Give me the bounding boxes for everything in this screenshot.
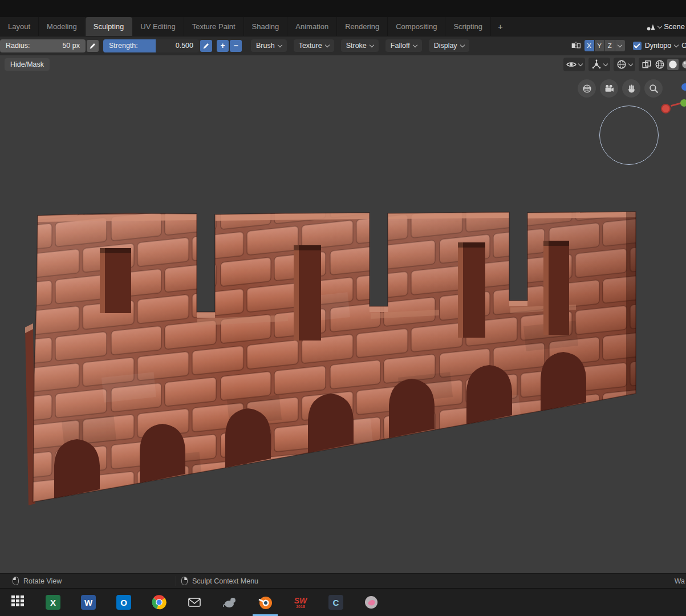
strength-edit-button[interactable] xyxy=(200,40,212,52)
tab-shading[interactable]: Shading xyxy=(244,17,288,36)
viewport-canvas[interactable] xyxy=(0,55,686,573)
magnifier-icon xyxy=(649,84,659,94)
mouse-utility-icon xyxy=(222,595,237,610)
tool-settings-bar: Radius: 50 px Strength: 0.500 + − Brush … xyxy=(0,36,686,55)
chevron-down-icon xyxy=(657,23,662,28)
shading-dropdown[interactable] xyxy=(614,58,635,71)
chevron-down-icon xyxy=(618,43,622,47)
chevron-down-icon xyxy=(603,62,608,66)
mirror-y-button[interactable]: Y xyxy=(595,40,604,51)
xray-toggle[interactable] xyxy=(641,59,652,70)
excel-icon: X xyxy=(46,595,60,610)
brush-subtract-button[interactable]: − xyxy=(230,40,242,52)
gizmo-icon xyxy=(591,59,602,70)
overlays-dropdown[interactable] xyxy=(563,58,585,71)
taskbar-solidworks-icon[interactable]: SW 2018 xyxy=(283,589,318,616)
pan-view-button[interactable] xyxy=(622,79,640,98)
solid-sphere-icon xyxy=(668,59,678,70)
tab-rendering[interactable]: Rendering xyxy=(337,17,388,36)
tab-uv-editing[interactable]: UV Editing xyxy=(132,17,184,36)
axis-z-handle[interactable] xyxy=(681,83,686,91)
chevron-down-icon xyxy=(412,43,417,47)
grid-sphere-icon xyxy=(582,84,592,94)
chevron-down-icon xyxy=(628,62,633,66)
axis-y-handle[interactable] xyxy=(680,99,686,107)
falloff-menu[interactable]: Falloff xyxy=(385,39,422,52)
display-menu[interactable]: Display xyxy=(429,39,469,52)
blender-icon xyxy=(258,595,273,610)
axis-x-handle[interactable] xyxy=(661,104,671,114)
taskbar-outlook-icon[interactable]: O xyxy=(106,589,141,616)
taskbar-app-grid-icon[interactable] xyxy=(0,589,35,616)
viewport-nav-buttons xyxy=(578,79,663,98)
brick-wall-model[interactable] xyxy=(23,204,644,512)
material-shading-button[interactable] xyxy=(680,59,686,70)
brush-cursor-circle xyxy=(599,106,659,165)
perspective-toggle-button[interactable] xyxy=(578,79,596,98)
solid-shading-button[interactable] xyxy=(667,59,679,70)
wireframe-shading-button[interactable] xyxy=(654,59,665,70)
taskbar-excel-icon[interactable]: X xyxy=(35,589,71,616)
gizmos-dropdown[interactable] xyxy=(588,58,610,71)
scene-selector[interactable]: Scene xyxy=(646,17,686,36)
taskbar-word-icon[interactable]: W xyxy=(71,589,106,616)
viewport-header-right xyxy=(563,58,686,71)
globe-icon xyxy=(616,59,627,70)
tab-sculpting[interactable]: Sculpting xyxy=(86,17,132,36)
dyntopo-label: Dyntopo xyxy=(645,42,672,50)
tab-compositing[interactable]: Compositing xyxy=(388,17,445,36)
scene-icon xyxy=(646,22,656,32)
tab-modeling[interactable]: Modeling xyxy=(39,17,86,36)
mirror-x-button[interactable]: X xyxy=(584,40,594,51)
eye-icon xyxy=(566,59,577,70)
brush-add-button[interactable]: + xyxy=(217,40,229,52)
chrome-icon xyxy=(152,595,167,610)
taskbar-mouse-utility-icon[interactable] xyxy=(212,589,247,616)
chevron-down-icon xyxy=(324,43,329,47)
material-sphere-icon xyxy=(681,59,686,70)
mirror-z-button[interactable]: Z xyxy=(605,40,615,51)
tab-scripting[interactable]: Scripting xyxy=(445,17,491,36)
tab-texture-paint[interactable]: Texture Paint xyxy=(184,17,244,36)
taskbar-clip-studio-icon[interactable]: C xyxy=(318,589,354,616)
toolbar-right-cluster: X Y Z Dyntopo O xyxy=(571,40,686,51)
mouse-right-icon xyxy=(181,577,188,585)
taskbar-blender-icon[interactable] xyxy=(247,589,283,616)
strength-slider[interactable]: Strength: 0.500 xyxy=(103,39,199,52)
strength-label: Strength: xyxy=(109,42,138,50)
outlook-icon: O xyxy=(116,595,131,610)
add-workspace-button[interactable]: + xyxy=(491,17,510,36)
taskbar-mail-icon[interactable] xyxy=(177,589,212,616)
hide-mask-button[interactable]: Hide/Mask xyxy=(5,58,50,71)
taskbar-chrome-icon[interactable] xyxy=(141,589,177,616)
dyntopo-checkbox[interactable] xyxy=(633,42,642,50)
scene-name: Scene xyxy=(664,22,685,31)
brush-menu[interactable]: Brush xyxy=(251,39,287,52)
zoom-view-button[interactable] xyxy=(644,79,663,98)
top-bar xyxy=(0,0,686,17)
tab-animation[interactable]: Animation xyxy=(287,17,337,36)
options-menu-partial[interactable]: O xyxy=(681,42,686,50)
radius-slider[interactable]: Radius: 50 px xyxy=(0,39,86,52)
workspace-tab-bar: Layout Modeling Sculpting UV Editing Tex… xyxy=(0,17,686,36)
stroke-menu[interactable]: Stroke xyxy=(341,39,379,52)
pencil-icon xyxy=(89,42,96,50)
status-right-text: Wa xyxy=(675,574,685,588)
mirror-options-dropdown[interactable] xyxy=(615,40,625,51)
texture-menu[interactable]: Texture xyxy=(294,39,334,52)
taskbar-paint-app-icon[interactable] xyxy=(354,589,389,616)
wireframe-sphere-icon xyxy=(655,59,665,70)
radius-edit-button[interactable] xyxy=(87,40,99,52)
pencil-icon xyxy=(202,42,210,50)
tab-layout[interactable]: Layout xyxy=(0,17,39,36)
chevron-down-icon xyxy=(277,43,282,47)
status-divider xyxy=(176,576,176,586)
hand-icon xyxy=(627,84,636,94)
camera-view-button[interactable] xyxy=(600,79,618,98)
mail-icon xyxy=(187,595,202,610)
paint-app-icon xyxy=(364,595,379,610)
viewport[interactable]: Hide/Mask xyxy=(0,55,686,573)
chevron-down-icon xyxy=(578,62,583,66)
status-context-menu: Sculpt Context Menu xyxy=(181,574,258,588)
status-rotate-view: Rotate View xyxy=(13,574,62,588)
